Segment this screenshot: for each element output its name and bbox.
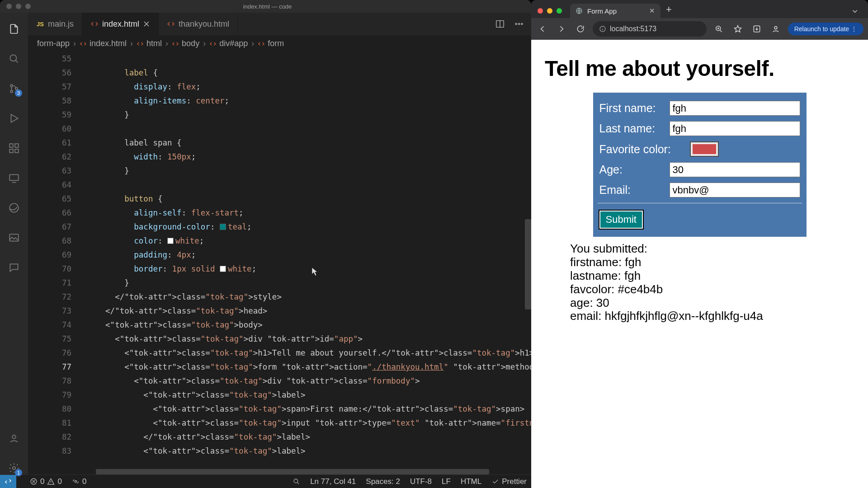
svg-point-15: [518, 23, 519, 24]
js-file-icon: JS: [36, 20, 44, 28]
zoom-dot-icon: [25, 4, 31, 9]
result-block: You submitted: firstname: fgh lastname: …: [570, 242, 854, 323]
settings-gear-icon[interactable]: 1: [8, 462, 20, 474]
zoom-dot-icon[interactable]: [557, 8, 562, 14]
html-file-icon: [80, 40, 87, 47]
url-text: localhost:5173: [610, 25, 656, 33]
vscode-titlebar: index.html — code: [0, 0, 531, 13]
browser-tab[interactable]: Form App ✕: [570, 4, 660, 18]
activity-bar: 3: [0, 13, 28, 474]
svg-point-11: [12, 435, 16, 439]
svg-point-0: [10, 55, 16, 61]
breadcrumb-item: form-app: [37, 39, 70, 48]
html-file-icon: [90, 20, 99, 28]
email-input[interactable]: [670, 183, 800, 197]
search-icon[interactable]: [8, 52, 20, 65]
tab-overflow-icon[interactable]: [845, 7, 864, 18]
lastname-input[interactable]: [670, 121, 800, 136]
svg-point-9: [9, 203, 19, 212]
svg-rect-7: [15, 144, 19, 147]
forward-icon[interactable]: [555, 22, 568, 36]
editor-tabs: JS main.js index.html: [28, 13, 531, 35]
new-tab-button[interactable]: +: [660, 4, 677, 18]
more-actions-icon[interactable]: [514, 19, 524, 29]
split-editor-icon[interactable]: [495, 19, 505, 29]
extensions-icon[interactable]: [8, 142, 20, 155]
window-title: index.html — code: [31, 3, 504, 10]
back-icon[interactable]: [536, 22, 549, 36]
tab-index-html[interactable]: index.html: [82, 13, 159, 35]
chat-icon[interactable]: [8, 261, 20, 274]
status-ports[interactable]: 0: [72, 477, 86, 486]
zoom-icon[interactable]: [712, 22, 726, 36]
remote-explorer-icon[interactable]: [8, 172, 20, 184]
close-icon[interactable]: [143, 20, 150, 28]
site-info-icon[interactable]: [599, 25, 606, 33]
address-bar[interactable]: localhost:5173: [593, 21, 707, 37]
page-content: Tell me about yourself. First name: Last…: [531, 40, 868, 488]
favcolor-input[interactable]: [690, 141, 719, 157]
status-problems[interactable]: 0 0: [30, 477, 62, 486]
age-input[interactable]: [670, 162, 800, 177]
mouse-cursor-icon: [311, 267, 318, 276]
edge-tools-icon[interactable]: [8, 202, 20, 214]
source-control-icon[interactable]: 3: [8, 82, 20, 95]
result-line: email: hkfgjhfkjhflg@xn--kfghlkfg-u4a: [570, 310, 854, 323]
horizontal-scrollbar[interactable]: [96, 469, 513, 474]
result-heading: You submitted:: [570, 242, 854, 256]
reload-icon[interactable]: [574, 22, 587, 36]
html-file-icon: [258, 40, 265, 47]
html-file-icon: [172, 40, 179, 47]
breadcrumb[interactable]: form-app › index.html › html › body: [28, 35, 531, 52]
run-debug-icon[interactable]: [8, 112, 20, 125]
settings-badge: 1: [15, 469, 22, 476]
divider: [598, 203, 802, 203]
breadcrumb-item: form: [258, 39, 284, 48]
image-preview-icon[interactable]: [8, 231, 20, 244]
profile-icon[interactable]: [769, 22, 783, 36]
label-age: Age:: [599, 163, 665, 176]
code-editor[interactable]: 5556575859606162636465666768697071727374…: [28, 52, 531, 474]
svg-point-18: [75, 480, 76, 482]
svg-rect-4: [9, 144, 13, 147]
close-dot-icon[interactable]: [538, 8, 543, 14]
status-eol[interactable]: LF: [442, 477, 451, 486]
breadcrumb-item: index.html: [80, 39, 127, 48]
label-favcolor: Favorite color:: [599, 143, 685, 156]
status-spaces[interactable]: Spaces: 2: [366, 477, 400, 486]
bookmark-icon[interactable]: [731, 22, 745, 36]
status-language[interactable]: HTML: [461, 477, 481, 486]
svg-point-19: [294, 479, 298, 483]
tab-thankyou-html[interactable]: thankyou.html: [159, 13, 238, 35]
firstname-input[interactable]: [670, 101, 800, 116]
vscode-window: index.html — code 3: [0, 0, 531, 488]
explorer-icon[interactable]: [8, 23, 20, 35]
remote-indicator-icon[interactable]: [0, 475, 16, 488]
breadcrumb-item: div#app: [209, 39, 248, 48]
html-file-icon: [167, 20, 175, 28]
status-position[interactable]: Ln 77, Col 41: [310, 477, 356, 486]
svg-point-1: [10, 84, 13, 87]
svg-rect-8: [9, 174, 19, 180]
traffic-lights-inactive: [6, 4, 31, 9]
minimize-dot-icon[interactable]: [547, 8, 552, 14]
status-search[interactable]: [292, 478, 300, 485]
traffic-lights: [538, 8, 562, 14]
close-icon[interactable]: ✕: [649, 7, 655, 15]
submit-button[interactable]: Submit: [599, 211, 643, 229]
accounts-icon[interactable]: [8, 432, 20, 445]
vertical-scrollbar[interactable]: [525, 219, 531, 310]
tab-main-js[interactable]: JS main.js: [28, 13, 82, 35]
install-app-icon[interactable]: [750, 22, 764, 36]
close-dot-icon: [6, 4, 12, 9]
relaunch-button[interactable]: Relaunch to update ⋮: [788, 23, 863, 35]
statusbar: 0 0 0 Ln 77, Col 41 Spaces: 2 UTF-8 LF H…: [0, 474, 531, 488]
svg-rect-5: [9, 149, 13, 153]
form: First name: Last name: Favorite color: A…: [593, 93, 807, 237]
result-line: age: 30: [570, 296, 854, 310]
status-formatter[interactable]: Prettier: [491, 477, 527, 486]
favicon-icon: [576, 7, 583, 14]
status-encoding[interactable]: UTF-8: [410, 477, 432, 486]
result-line: firstname: fgh: [570, 256, 854, 269]
svg-point-24: [774, 27, 777, 29]
